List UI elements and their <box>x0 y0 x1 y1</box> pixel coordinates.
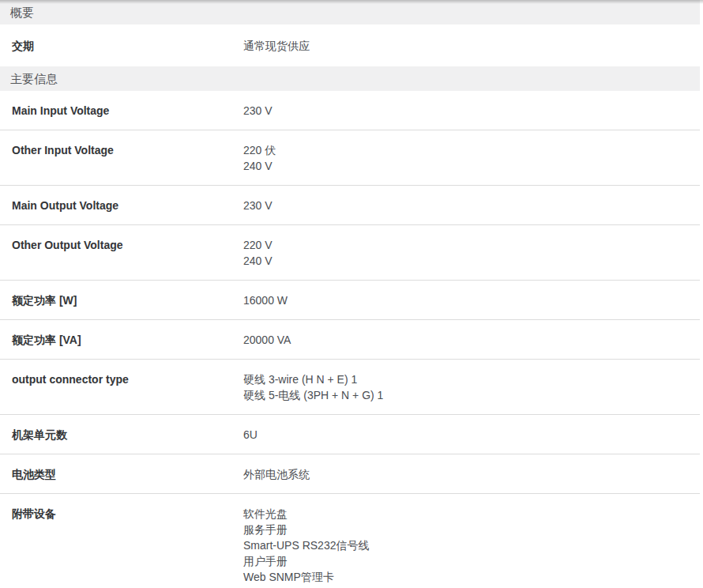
spec-value-line: 通常现货供应 <box>243 38 700 54</box>
spec-values: 外部电池系统 <box>243 466 700 482</box>
spec-values: 220 伏240 V <box>243 142 700 174</box>
spec-value-line: 外部电池系统 <box>243 466 700 482</box>
spec-label: 额定功率 [W] <box>0 292 243 308</box>
section-header: 概要 <box>0 0 700 24</box>
spec-row: 附带设备 软件光盘服务手册Smart-UPS RS232信号线用户手册Web S… <box>0 493 700 588</box>
spec-value-line: 硬线 5-电线 (3PH + N + G) 1 <box>243 387 700 403</box>
spec-row: 额定功率 [W] 16000 W <box>0 280 700 319</box>
spec-label: Main Input Voltage <box>0 103 243 119</box>
spec-section: 主要信息 Main Input Voltage 230 V Other Inpu… <box>0 66 700 588</box>
spec-value-line: 服务手册 <box>243 522 700 537</box>
spec-row: 电池类型 外部电池系统 <box>0 454 700 493</box>
spec-value-line: 20000 VA <box>243 332 700 348</box>
section-title: 主要信息 <box>10 71 58 87</box>
spec-value-line: 220 伏 <box>243 142 700 158</box>
spec-row: 交期 通常现货供应 <box>0 24 700 66</box>
spec-value-line: 硬线 3-wire (H N + E) 1 <box>243 371 700 387</box>
spec-value-line: 6U <box>243 427 700 443</box>
spec-row: Other Output Voltage 220 V240 V <box>0 224 700 280</box>
spec-value-line: 230 V <box>243 198 700 213</box>
spec-row: Other Input Voltage 220 伏240 V <box>0 130 700 185</box>
spec-label: output connector type <box>0 371 243 387</box>
spec-values: 20000 VA <box>243 332 700 348</box>
section-rows: Main Input Voltage 230 V Other Input Vol… <box>0 91 700 588</box>
spec-section: 概要 交期 通常现货供应 <box>0 0 700 66</box>
spec-label: Main Output Voltage <box>0 198 243 213</box>
section-header: 主要信息 <box>0 66 700 91</box>
spec-table: 概要 交期 通常现货供应 主要信息 Main Input Voltage 230… <box>0 0 700 588</box>
spec-label: Other Output Voltage <box>0 237 243 253</box>
spec-value-line: 软件光盘 <box>243 506 700 522</box>
spec-row: Main Input Voltage 230 V <box>0 91 700 130</box>
product-spec-page: 概要 交期 通常现货供应 主要信息 Main Input Voltage 230… <box>0 0 703 588</box>
spec-value-line: Web SNMP管理卡 <box>243 569 700 585</box>
spec-values: 硬线 3-wire (H N + E) 1硬线 5-电线 (3PH + N + … <box>243 371 700 403</box>
spec-label: Other Input Voltage <box>0 142 243 158</box>
spec-value-line: 用户手册 <box>243 553 700 569</box>
spec-label: 电池类型 <box>0 466 243 482</box>
spec-value-line: 220 V <box>243 237 700 253</box>
spec-value-line: 230 V <box>243 103 700 119</box>
spec-values: 软件光盘服务手册Smart-UPS RS232信号线用户手册Web SNMP管理… <box>243 506 700 585</box>
spec-values: 通常现货供应 <box>243 38 700 54</box>
spec-value-line: 16000 W <box>243 292 700 308</box>
spec-values: 6U <box>243 427 700 443</box>
spec-row: 额定功率 [VA] 20000 VA <box>0 319 700 359</box>
spec-value-line: Smart-UPS RS232信号线 <box>243 537 700 553</box>
spec-values: 230 V <box>243 103 700 119</box>
section-rows: 交期 通常现货供应 <box>0 24 700 66</box>
section-title: 概要 <box>10 5 34 21</box>
spec-label: 额定功率 [VA] <box>0 332 243 348</box>
spec-label: 交期 <box>0 38 243 54</box>
spec-values: 220 V240 V <box>243 237 700 269</box>
spec-label: 附带设备 <box>0 506 243 522</box>
spec-values: 16000 W <box>243 292 700 308</box>
spec-label: 机架单元数 <box>0 427 243 443</box>
spec-row: Main Output Voltage 230 V <box>0 185 700 224</box>
spec-values: 230 V <box>243 198 700 213</box>
spec-value-line: 240 V <box>243 253 700 269</box>
spec-row: 机架单元数 6U <box>0 414 700 454</box>
spec-value-line: 240 V <box>243 158 700 174</box>
spec-row: output connector type 硬线 3-wire (H N + E… <box>0 359 700 414</box>
